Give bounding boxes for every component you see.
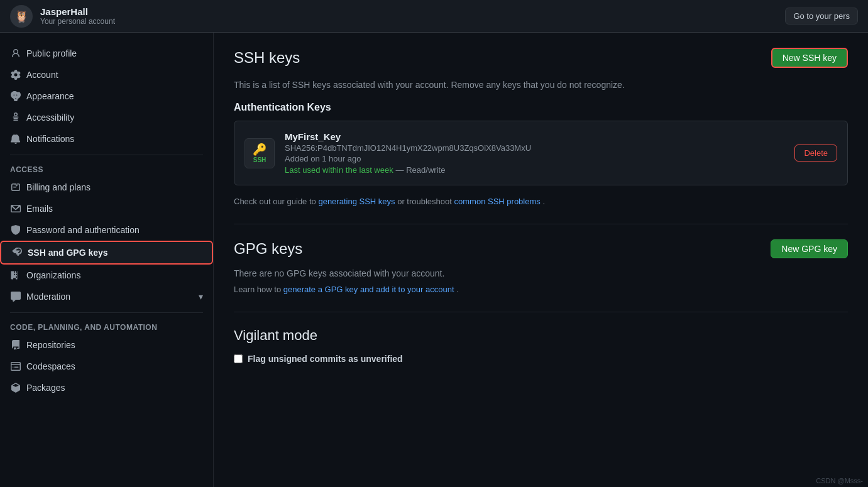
sidebar-item-label: Codespaces (26, 361, 75, 371)
key-perms: — Read/write (396, 165, 446, 175)
gpg-help-text: Learn how to generate a GPG key and add … (234, 283, 848, 297)
packages-icon (10, 382, 21, 393)
sidebar-item-password-auth[interactable]: Password and authentication (0, 219, 213, 241)
gpg-help-link[interactable]: generate a GPG key and add it to your ac… (283, 285, 454, 294)
avatar: 🦉 (10, 5, 33, 28)
layout: Public profile Account Appearance Access… (0, 33, 868, 487)
key-details: MyFirst_Key SHA256:P4dbTNTdmJIO12N4H1ymX… (285, 131, 784, 175)
delete-key-button[interactable]: Delete (794, 145, 837, 161)
sidebar-item-label: Moderation (26, 292, 70, 302)
username: JasperHall (40, 6, 115, 17)
sidebar-item-label: Emails (26, 204, 53, 214)
generating-ssh-keys-link[interactable]: generating SSH keys (318, 197, 395, 206)
new-ssh-key-button[interactable]: New SSH key (771, 48, 848, 68)
gear-icon (10, 69, 21, 80)
access-section-label: Access (0, 160, 213, 177)
watermark: CSDN @Msss- (816, 477, 863, 484)
user-info: JasperHall Your personal account (40, 6, 115, 26)
flag-unsigned-checkbox[interactable] (234, 354, 243, 363)
vigilant-title: Vigilant mode (234, 327, 848, 344)
gpg-help-prefix: Learn how to (234, 285, 283, 294)
new-gpg-key-button[interactable]: New GPG key (771, 239, 848, 258)
key-name: MyFirst_Key (285, 131, 784, 142)
section-separator-2 (234, 312, 848, 312)
sidebar-item-repositories[interactable]: Repositories (0, 334, 213, 356)
code-section-label: Code, planning, and automation (0, 318, 213, 334)
gpg-empty-text: There are no GPG keys associated with yo… (234, 268, 848, 278)
vigilant-mode-section: Vigilant mode Flag unsigned commits as u… (234, 327, 848, 364)
sidebar-item-accessibility[interactable]: Accessibility (0, 107, 213, 128)
top-bar-left: 🦉 JasperHall Your personal account (10, 5, 115, 28)
billing-icon (10, 182, 21, 193)
key-added: Added on 1 hour ago (285, 154, 784, 163)
common-ssh-problems-link[interactable]: common SSH problems (454, 197, 541, 206)
sidebar-item-notifications[interactable]: Notifications (0, 128, 213, 150)
accessibility-icon (10, 112, 21, 123)
bell-icon (10, 133, 21, 145)
sidebar-item-label: Notifications (26, 134, 74, 144)
sidebar-item-label: Public profile (26, 48, 77, 58)
top-bar: 🦉 JasperHall Your personal account Go to… (0, 0, 868, 33)
sidebar-item-appearance[interactable]: Appearance (0, 85, 213, 107)
flag-unsigned-label: Flag unsigned commits as unverified (248, 354, 403, 364)
help-text-prefix: Check out our guide to (234, 197, 318, 206)
main-content: SSH keys New SSH key This is a list of S… (214, 33, 868, 487)
sidebar-divider-2 (10, 312, 203, 313)
shield-icon (10, 224, 21, 236)
sidebar-item-label: Password and authentication (26, 225, 140, 235)
user-subtitle: Your personal account (40, 17, 115, 26)
sidebar-item-codespaces[interactable]: Codespaces (0, 356, 213, 377)
sidebar-item-moderation[interactable]: Moderation ▾ (0, 286, 213, 307)
sidebar-divider (10, 155, 203, 155)
sidebar-item-ssh-gpg[interactable]: SSH and GPG keys (0, 241, 213, 265)
key-icon (11, 247, 23, 258)
ssh-section-header: SSH keys New SSH key (234, 48, 848, 68)
sidebar-item-account[interactable]: Account (0, 64, 213, 85)
sidebar-item-billing[interactable]: Billing and plans (0, 177, 213, 198)
section-separator-1 (234, 224, 848, 224)
paintbrush-icon (10, 90, 21, 102)
ssh-key-card: 🔑 SSH MyFirst_Key SHA256:P4dbTNTdmJIO12N… (234, 121, 848, 185)
sidebar-item-packages[interactable]: Packages (0, 377, 213, 398)
gpg-section: GPG keys New GPG key There are no GPG ke… (234, 239, 848, 297)
ssh-section-title: SSH keys (234, 49, 300, 67)
key-used: Last used within the last week (285, 165, 393, 175)
key-usage-line: Last used within the last week — Read/wr… (285, 165, 784, 175)
ssh-help-text: Check out our guide to generating SSH ke… (234, 195, 848, 209)
repo-icon (10, 339, 21, 351)
key-svg-icon: 🔑 (253, 143, 266, 156)
sidebar-item-label: SSH and GPG keys (28, 248, 108, 258)
gpg-section-header: GPG keys New GPG key (234, 239, 848, 258)
help-text-mid: or troubleshoot (397, 197, 454, 206)
sidebar-item-organizations[interactable]: Organizations (0, 265, 213, 286)
go-to-personal-button[interactable]: Go to your pers (785, 8, 858, 25)
codespaces-icon (10, 361, 21, 372)
moderation-icon (10, 291, 21, 302)
org-icon (10, 270, 21, 281)
sidebar-item-label: Accessibility (26, 112, 74, 123)
gpg-help-end: . (456, 285, 459, 294)
gpg-section-title: GPG keys (234, 240, 302, 258)
sidebar-item-label: Appearance (26, 91, 74, 101)
sidebar-item-public-profile[interactable]: Public profile (0, 43, 213, 64)
person-icon (10, 48, 21, 59)
auth-keys-label: Authentication Keys (234, 102, 848, 113)
help-text-end: . (542, 197, 545, 206)
sidebar-item-label: Organizations (26, 270, 80, 280)
ssh-key-icon: 🔑 SSH (244, 138, 275, 168)
ssh-section-desc: This is a list of SSH keys associated wi… (234, 78, 848, 92)
mail-icon (10, 203, 21, 214)
key-hash: SHA256:P4dbTNTdmJIO12N4H1ymX22wpm8U3ZqsO… (285, 143, 784, 153)
sidebar-item-label: Billing and plans (26, 182, 91, 192)
sidebar-item-label: Packages (26, 383, 65, 393)
sidebar-item-emails[interactable]: Emails (0, 198, 213, 219)
top-bar-right: Go to your pers (785, 8, 858, 25)
sidebar: Public profile Account Appearance Access… (0, 33, 214, 487)
flag-unsigned-row: Flag unsigned commits as unverified (234, 354, 848, 364)
sidebar-item-label: Account (26, 70, 58, 80)
sidebar-item-label: Repositories (26, 340, 75, 350)
chevron-down-icon: ▾ (199, 292, 203, 302)
